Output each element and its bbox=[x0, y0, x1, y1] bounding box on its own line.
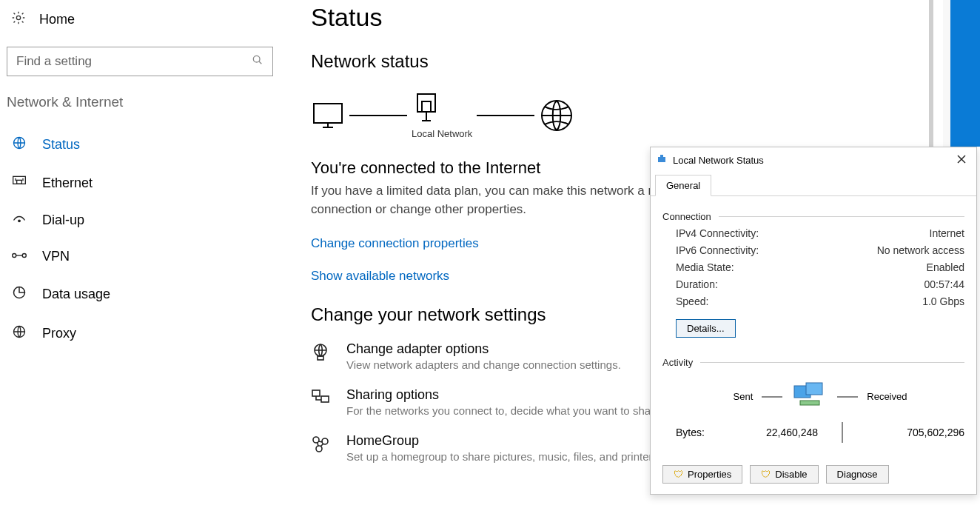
setting-title: Change adapter options bbox=[346, 341, 621, 357]
router-icon: Local Network bbox=[412, 91, 472, 139]
sidebar-item-label: VPN bbox=[42, 249, 70, 264]
sidebar-item-label: Ethernet bbox=[42, 175, 93, 191]
svg-rect-30 bbox=[660, 155, 663, 157]
setting-desc: For the networks you connect to, decide … bbox=[346, 404, 664, 417]
activity-computers-icon bbox=[791, 381, 828, 412]
activity-group: Activity bbox=[662, 357, 964, 368]
dialog-tabs: General bbox=[651, 173, 976, 196]
sidebar-item-label: Data usage bbox=[42, 287, 110, 302]
local-network-status-dialog: Local Network Status General Connection … bbox=[650, 147, 977, 495]
network-adapter-icon bbox=[657, 154, 667, 167]
ethernet-icon bbox=[11, 175, 27, 192]
svg-point-1 bbox=[253, 56, 260, 62]
sent-label: Sent bbox=[734, 391, 754, 402]
shield-icon: 🛡 bbox=[761, 469, 771, 480]
row-ipv6: IPv6 Connectivity:No network access bbox=[676, 244, 964, 256]
dialog-title: Local Network Status bbox=[673, 155, 954, 166]
home-nav[interactable]: Home bbox=[7, 3, 288, 38]
setting-title: HomeGroup bbox=[346, 433, 661, 449]
bytes-sent: 22,460,248 bbox=[720, 427, 818, 438]
bytes-row: Bytes: 22,460,248 705,602,296 bbox=[676, 422, 964, 443]
sidebar-item-status[interactable]: Status bbox=[7, 125, 288, 164]
sidebar-item-proxy[interactable]: Proxy bbox=[7, 314, 288, 353]
svg-point-9 bbox=[13, 253, 16, 257]
svg-line-2 bbox=[259, 61, 261, 64]
home-label: Home bbox=[39, 12, 75, 27]
received-label: Received bbox=[867, 391, 907, 402]
sidebar-item-label: Proxy bbox=[42, 326, 76, 341]
connection-group: Connection bbox=[662, 211, 964, 222]
bytes-received: 705,602,296 bbox=[867, 427, 964, 438]
network-status-heading: Network status bbox=[311, 51, 936, 72]
dialog-titlebar[interactable]: Local Network Status bbox=[651, 147, 976, 173]
svg-rect-17 bbox=[417, 94, 435, 112]
search-placeholder: Find a setting bbox=[16, 54, 252, 69]
diagram-caption: Local Network bbox=[412, 128, 472, 139]
svg-rect-5 bbox=[17, 180, 22, 184]
activity-diagram: Sent Received bbox=[676, 381, 964, 412]
row-media: Media State:Enabled bbox=[676, 261, 964, 273]
proxy-icon bbox=[11, 324, 27, 343]
svg-rect-25 bbox=[321, 396, 329, 402]
row-ipv4: IPv4 Connectivity:Internet bbox=[676, 227, 964, 239]
network-diagram: Local Network bbox=[311, 91, 936, 139]
gear-icon bbox=[11, 10, 26, 29]
svg-rect-14 bbox=[314, 104, 342, 123]
disable-button[interactable]: 🛡 Disable bbox=[750, 465, 818, 484]
svg-rect-24 bbox=[312, 390, 320, 396]
bytes-label: Bytes: bbox=[676, 427, 720, 438]
adapter-icon bbox=[311, 341, 333, 371]
setting-title: Sharing options bbox=[346, 387, 664, 403]
svg-rect-29 bbox=[658, 157, 665, 162]
vpn-icon bbox=[11, 249, 27, 264]
search-input[interactable]: Find a setting bbox=[7, 47, 273, 76]
row-speed: Speed:1.0 Gbps bbox=[676, 295, 964, 307]
sidebar-item-datausage[interactable]: Data usage bbox=[7, 275, 288, 314]
properties-button[interactable]: 🛡 Properties bbox=[662, 465, 742, 484]
datausage-icon bbox=[11, 285, 27, 304]
sidebar-item-vpn[interactable]: VPN bbox=[7, 238, 288, 275]
svg-rect-18 bbox=[422, 101, 431, 112]
globe-icon bbox=[539, 98, 574, 133]
diagnose-button[interactable]: Diagnose bbox=[826, 465, 889, 484]
svg-rect-23 bbox=[318, 356, 323, 360]
row-duration: Duration:00:57:44 bbox=[676, 278, 964, 290]
status-icon bbox=[11, 136, 27, 154]
svg-rect-35 bbox=[800, 401, 819, 405]
dialup-icon bbox=[11, 213, 27, 228]
svg-point-0 bbox=[16, 16, 20, 19]
sidebar-item-label: Dial-up bbox=[42, 213, 84, 228]
shield-icon: 🛡 bbox=[674, 469, 683, 480]
sidebar-item-ethernet[interactable]: Ethernet bbox=[7, 164, 288, 202]
svg-point-8 bbox=[19, 220, 21, 222]
sidebar-item-label: Status bbox=[42, 137, 80, 153]
svg-rect-34 bbox=[806, 383, 822, 395]
search-icon bbox=[252, 54, 264, 69]
details-button[interactable]: Details... bbox=[676, 319, 736, 338]
setting-desc: Set up a homegroup to share pictures, mu… bbox=[346, 450, 661, 463]
sidebar-item-dialup[interactable]: Dial-up bbox=[7, 202, 288, 238]
pc-icon bbox=[311, 101, 345, 130]
scrollbar[interactable] bbox=[929, 0, 933, 147]
setting-desc: View network adapters and change connect… bbox=[346, 358, 621, 371]
category-heading: Network & Internet bbox=[7, 94, 288, 110]
svg-point-26 bbox=[313, 437, 319, 443]
homegroup-icon bbox=[311, 433, 333, 463]
tab-general[interactable]: General bbox=[655, 175, 711, 196]
sharing-icon bbox=[311, 387, 333, 417]
close-button[interactable] bbox=[954, 150, 969, 170]
window-edge bbox=[949, 0, 980, 147]
page-title: Status bbox=[311, 3, 936, 32]
settings-sidebar: Home Find a setting Network & Internet S… bbox=[7, 0, 288, 353]
svg-point-10 bbox=[22, 253, 26, 257]
